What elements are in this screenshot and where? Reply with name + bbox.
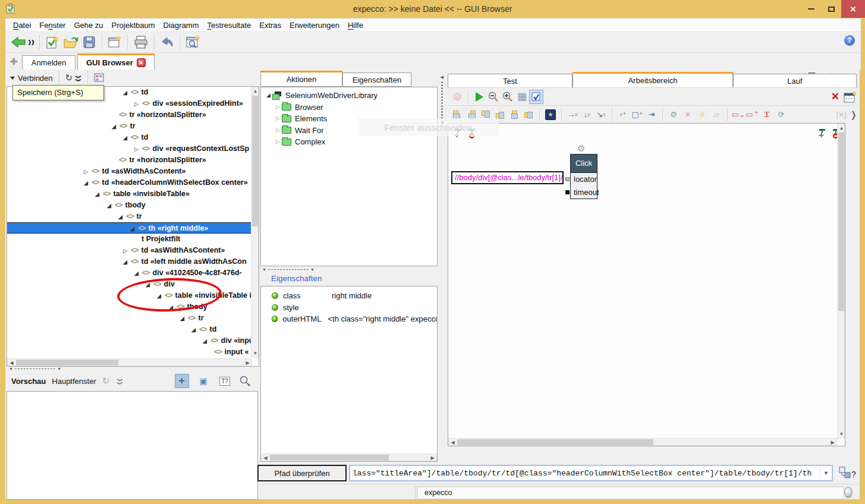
expander-icon[interactable]: ◢ xyxy=(118,212,126,223)
record-step-button[interactable] xyxy=(450,90,464,104)
expander-icon[interactable]: ◢ xyxy=(265,90,272,102)
connect-dropdown[interactable]: Verbinden xyxy=(10,74,53,83)
new-window-button[interactable] xyxy=(106,33,124,51)
close-button[interactable]: ✕ xyxy=(841,0,865,18)
click-step-block[interactable]: Click locator timeout xyxy=(570,154,597,199)
refresh-button[interactable]: ↻ xyxy=(65,73,73,83)
remove-step-button[interactable]: ✕ xyxy=(681,108,695,122)
center-right-splitter[interactable]: ◀◀ xyxy=(440,75,444,125)
scroll-right-arrow[interactable]: ▶ xyxy=(244,359,251,367)
menu-hilfe[interactable]: Hilfe xyxy=(344,20,367,31)
tab-gui-browser[interactable]: GUI Browser✕ xyxy=(77,53,155,70)
dom-tree-row[interactable]: ▷<>div «requestContextLostSp xyxy=(7,143,259,155)
extract-step-button[interactable]: ▱ xyxy=(709,108,724,122)
dom-tree-row[interactable]: ◢<>tbody xyxy=(7,301,259,313)
tab-eigenschaften[interactable]: Eigenschaften xyxy=(342,73,411,87)
expander-icon[interactable]: ◢ xyxy=(84,178,92,189)
components-grid-icon[interactable] xyxy=(94,73,105,83)
dom-tree-row[interactable]: ◢<>table «invisibleTable i xyxy=(7,290,259,301)
menu-testresultate[interactable]: Testresultate xyxy=(203,20,256,31)
expander-icon[interactable]: ◢ xyxy=(123,87,131,99)
expander-icon[interactable]: ▷ xyxy=(134,99,142,110)
pick-element-button[interactable]: ✛ xyxy=(175,374,189,388)
dom-tree-row[interactable]: ◢<>th «right middle» xyxy=(7,222,259,234)
expander-icon[interactable]: ▷ xyxy=(274,113,282,125)
scroll-right-arrow[interactable]: ▶ xyxy=(429,454,436,462)
library-root-row[interactable]: ◢SeleniumWebDriverLibrary xyxy=(261,90,437,102)
dom-tree-row[interactable]: ◢<>table «invisibleTable» xyxy=(7,188,259,200)
open-button[interactable] xyxy=(61,33,80,51)
text-inspect-button[interactable]: T? xyxy=(218,374,232,388)
scroll-left-arrow[interactable]: ◀ xyxy=(262,454,269,462)
dom-tree-row[interactable]: ◢<>td xyxy=(7,132,259,143)
print-button[interactable] xyxy=(131,33,150,51)
verify-path-icon[interactable]: ? xyxy=(838,466,858,480)
dom-tree-row[interactable]: <>tr «horizontalSplitter» xyxy=(7,109,259,121)
tab-lauf[interactable]: Lauf xyxy=(733,74,857,88)
expander-icon[interactable]: ▷ xyxy=(274,136,282,148)
tab-aktionen[interactable]: Aktionen xyxy=(260,71,342,87)
rotate-connection-button[interactable]: ⟳ xyxy=(774,108,788,122)
input-marker-icon[interactable]: ✛ xyxy=(819,128,828,139)
expander-icon[interactable]: ◢ xyxy=(157,291,165,302)
property-row[interactable]: classright middle xyxy=(261,290,437,302)
timeout-pin-connector[interactable] xyxy=(565,190,570,194)
preview-refresh-button[interactable]: ↻ xyxy=(102,376,110,386)
expander-icon[interactable]: ◢ xyxy=(191,325,199,336)
canvas-vscrollbar[interactable]: ▲ ▼ xyxy=(837,124,845,439)
maximize-button[interactable] xyxy=(821,0,841,18)
add-step-button[interactable]: ▫⁺ xyxy=(616,108,630,122)
scroll-right-arrow[interactable]: ▶ xyxy=(829,439,836,446)
scroll-left-arrow[interactable]: ◀ xyxy=(8,359,15,367)
scroll-up-arrow[interactable]: ▲ xyxy=(251,87,259,95)
highlight-element-button[interactable]: ▣ xyxy=(196,374,210,388)
menu-fenster[interactable]: Fenster xyxy=(35,20,70,31)
menu-erweiterungen[interactable]: Erweiterungen xyxy=(285,20,344,31)
help-button[interactable]: ? xyxy=(844,35,855,46)
pin-up-red-button[interactable]: ▭⌃ xyxy=(746,108,760,122)
new-item-button[interactable] xyxy=(43,33,61,51)
undo-button[interactable] xyxy=(158,33,176,51)
dom-tree-row[interactable]: ◢<>div «4102450e-4c8f-476d- xyxy=(7,267,259,279)
dom-tree-row[interactable]: ◢<>td «headerColumnWithSelectBox center» xyxy=(7,177,259,188)
properties-splitter[interactable]: ▼▼ xyxy=(262,267,314,272)
expander-icon[interactable]: ▷ xyxy=(84,166,92,178)
dom-tree-row[interactable]: <>tr «horizontalSplitter» xyxy=(7,155,259,166)
dom-tree-hscrollbar[interactable]: ◀ ▶ xyxy=(7,358,252,366)
remove-connection-button[interactable]: [✕] xyxy=(836,111,847,119)
dom-tree-row[interactable]: <>input « xyxy=(7,346,259,358)
pin-locator[interactable]: locator xyxy=(571,173,597,186)
expander-icon[interactable]: ◢ xyxy=(123,257,131,268)
insert-diagonal-pin-button[interactable]: ↘▫ xyxy=(594,108,608,122)
insert-input-pin-button[interactable]: →▫ xyxy=(565,108,580,122)
check-path-button[interactable]: Pfad überprüfen xyxy=(257,465,347,481)
expander-icon[interactable]: ▷ xyxy=(134,144,142,155)
dom-tree-row[interactable]: ◢<>tr xyxy=(7,313,259,324)
menu-gehe-zu[interactable]: Gehe zu xyxy=(70,20,107,31)
tab-arbeitsbereich[interactable]: Arbeitsbereich xyxy=(573,72,733,88)
step-into-button[interactable]: ⇥ xyxy=(644,108,659,122)
expander-icon[interactable]: ◢ xyxy=(146,279,153,291)
library-folder-complex[interactable]: ▷Complex xyxy=(261,136,437,148)
menu-diagramm[interactable]: Diagramm xyxy=(159,20,203,31)
dom-tree-row[interactable]: ◢<>tbody xyxy=(7,200,259,211)
save-button[interactable] xyxy=(80,33,98,51)
quick-run-button[interactable]: ⚡ xyxy=(695,108,709,122)
tab-anmelden[interactable]: Anmelden xyxy=(22,55,76,70)
expander-icon[interactable]: ◢ xyxy=(134,268,142,279)
expander-icon[interactable]: ▷ xyxy=(274,102,282,114)
grid-toggle-button[interactable]: ▦ xyxy=(515,90,529,104)
preview-dropdown-chevron[interactable]: ❱❱ xyxy=(117,377,123,384)
dom-tree-row[interactable]: ◢<>div xyxy=(7,279,259,290)
scroll-down-arrow[interactable]: ▼ xyxy=(838,430,845,438)
diagram-canvas[interactable]: ✛ ✛ ⚙ Click locator timeout xyxy=(448,123,845,446)
tab-test[interactable]: Test xyxy=(448,74,573,88)
step-gear-icon[interactable]: ⚙ xyxy=(577,143,585,154)
expander-icon[interactable]: ◢ xyxy=(203,336,210,347)
center-horizontal-button[interactable] xyxy=(507,108,521,122)
zoom-preview-button[interactable] xyxy=(239,375,251,387)
expander-icon[interactable]: ◢ xyxy=(180,313,188,325)
insert-down-pin-button[interactable]: ↓▫ xyxy=(580,108,594,122)
open-in-window-button[interactable] xyxy=(843,90,857,103)
back-button[interactable]: ❱❱ xyxy=(9,33,36,51)
